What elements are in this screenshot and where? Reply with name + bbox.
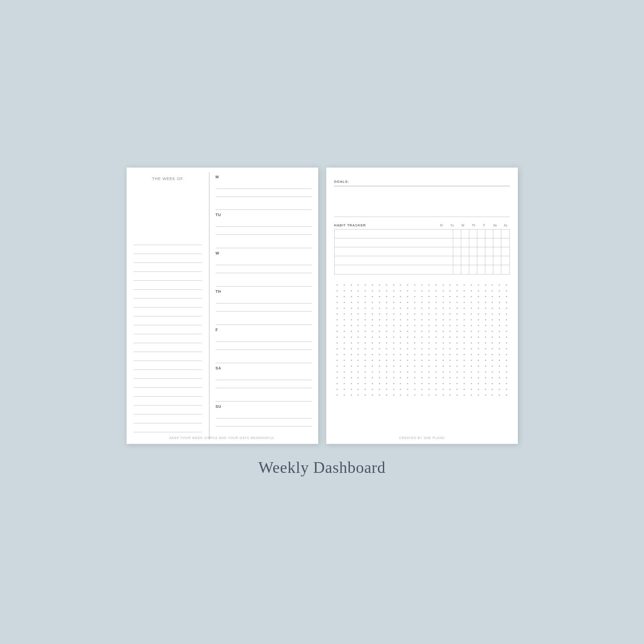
- dot: [365, 331, 366, 332]
- dot: [485, 348, 486, 349]
- dot: [435, 365, 437, 367]
- dot: [351, 360, 352, 361]
- dot: [336, 383, 338, 384]
- schedule-section: MTUWTHFSASU: [209, 168, 318, 444]
- dot: [478, 290, 479, 291]
- dot: [464, 290, 465, 291]
- dot: [506, 336, 507, 338]
- dot: [478, 377, 479, 378]
- dot: [351, 302, 352, 303]
- sidebar-line: [134, 254, 202, 263]
- dot: [351, 348, 352, 349]
- habit-check-cell: [501, 256, 509, 265]
- dot: [414, 325, 415, 326]
- dot: [386, 319, 387, 320]
- dot: [506, 389, 507, 390]
- dot: [499, 360, 500, 361]
- day-lines: [216, 334, 312, 350]
- dot: [414, 365, 415, 367]
- dot: [464, 365, 465, 367]
- dot: [499, 319, 500, 320]
- day-line: [216, 418, 312, 427]
- dot: [400, 313, 401, 315]
- habit-check-cell: [453, 238, 461, 247]
- dot: [414, 296, 415, 297]
- dot: [386, 313, 387, 315]
- dot: [499, 284, 500, 286]
- dot: [428, 319, 430, 320]
- dot: [379, 360, 380, 361]
- dot: [471, 371, 472, 373]
- dot: [421, 284, 422, 286]
- dot: [485, 308, 486, 309]
- dot: [357, 371, 359, 373]
- dot: [336, 313, 338, 315]
- dot: [357, 354, 359, 355]
- dot: [344, 383, 345, 384]
- dot: [414, 383, 415, 384]
- dot: [449, 348, 451, 349]
- day-line: [216, 227, 312, 235]
- dot: [435, 342, 437, 344]
- day-label-su: SU: [216, 404, 312, 409]
- dot: [435, 302, 437, 303]
- dot: [336, 308, 338, 309]
- day-line: [216, 342, 312, 350]
- dot: [336, 296, 338, 297]
- dot: [372, 331, 373, 332]
- dot: [435, 360, 437, 361]
- habit-tracker-header: HABIT TRACKER MTuWThFSaSu: [334, 223, 510, 227]
- dot: [449, 383, 451, 384]
- dot: [443, 313, 444, 315]
- dot: [407, 331, 408, 332]
- right-footer: CREATED by SHE PLANS: [326, 436, 518, 439]
- dot: [485, 383, 486, 384]
- dot: [449, 354, 451, 355]
- dot: [386, 371, 387, 373]
- dot: [365, 348, 366, 349]
- dot: [471, 331, 472, 332]
- dot: [499, 331, 500, 332]
- dot: [386, 365, 387, 367]
- dot: [393, 290, 394, 291]
- dot: [464, 302, 465, 303]
- dot: [365, 354, 366, 355]
- dot: [443, 302, 444, 303]
- dot: [365, 325, 366, 326]
- dot: [485, 365, 486, 367]
- dot: [379, 319, 380, 320]
- dot: [456, 290, 458, 291]
- dot: [421, 331, 422, 332]
- dot: [386, 296, 387, 297]
- day-section-m: M: [216, 172, 312, 210]
- dot: [400, 336, 401, 338]
- dot: [485, 389, 486, 390]
- dot: [344, 325, 345, 326]
- dot: [351, 290, 352, 291]
- dot: [428, 360, 430, 361]
- dot: [365, 394, 366, 396]
- sidebar-line: [134, 406, 202, 414]
- habit-check-cell: [493, 238, 501, 247]
- dot: [464, 325, 465, 326]
- day-lines: [216, 257, 312, 273]
- dot: [386, 348, 387, 349]
- habit-check-cell: [485, 247, 493, 256]
- dot: [400, 383, 401, 384]
- sidebar-line: [134, 281, 202, 290]
- day-label-th: TH: [216, 289, 312, 294]
- dot: [336, 290, 338, 291]
- dot: [357, 308, 359, 309]
- habit-day-header-m: M: [438, 224, 446, 227]
- dot: [443, 342, 444, 344]
- dot: [435, 331, 437, 332]
- dot: [386, 354, 387, 355]
- sidebar-line: [134, 263, 202, 272]
- dot: [344, 348, 345, 349]
- day-lines: [216, 295, 312, 312]
- dot: [357, 365, 359, 367]
- dot: [393, 296, 394, 297]
- dot: [336, 371, 338, 373]
- dot: [421, 371, 422, 373]
- dot: [428, 383, 430, 384]
